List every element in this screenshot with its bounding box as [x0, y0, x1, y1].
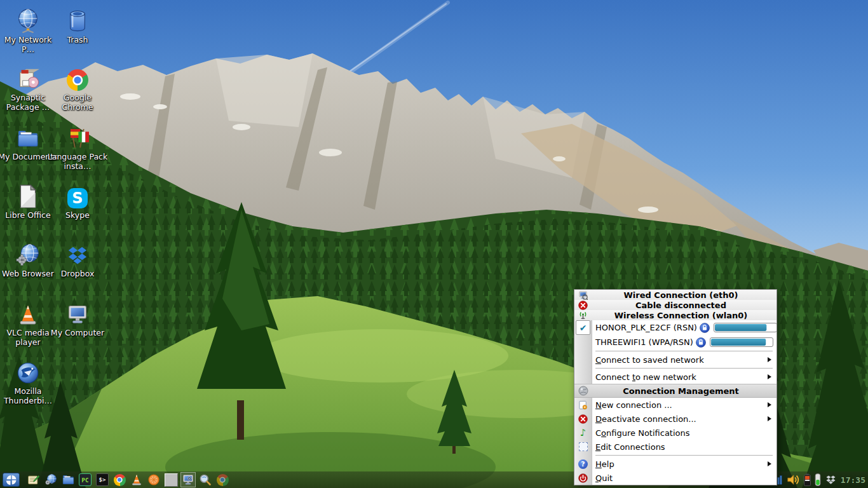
help-icon: ? — [574, 459, 592, 469]
desktop-icon-chrome[interactable]: Google Chrome — [47, 65, 108, 112]
menu-item-connect-new[interactable]: Connect to new network — [574, 370, 776, 384]
wired-connection-title: Wired Connection (eth0) — [592, 290, 776, 300]
wireless-connection-title: Wireless Connection (wlan0) — [592, 311, 776, 320]
magnifier-launcher[interactable] — [198, 473, 212, 487]
dropbox-icon — [47, 241, 108, 267]
menu-item-label: Connect to saved network — [592, 355, 768, 365]
menu-item-deactivate[interactable]: Deactivate connection... — [574, 412, 776, 426]
chrome-window-button[interactable] — [215, 473, 229, 487]
submenu-arrow-icon — [768, 416, 774, 421]
vlc-icon — [130, 473, 143, 486]
menu-item-label: Deactivate connection... — [592, 414, 768, 424]
desktop-icon-dropbox[interactable]: Dropbox — [47, 241, 108, 278]
submenu-arrow-icon — [768, 374, 774, 379]
screenshot-icon — [182, 473, 194, 486]
menu-separator — [595, 351, 773, 351]
desktop-icon-skype[interactable]: S Skype — [47, 183, 108, 220]
start-menu-button[interactable] — [3, 473, 20, 487]
sensor-level-tray[interactable] — [815, 473, 822, 487]
start-menu-icon — [6, 474, 17, 485]
magnifier-icon — [199, 473, 212, 486]
menu-header-wireless: Wireless Connection (wlan0) — [574, 310, 776, 320]
deactivate-icon — [574, 414, 592, 424]
wifi-network-row[interactable]: ✔ HONOR_PLK_E2CF (RSN) — [574, 320, 776, 335]
folder-icon — [62, 473, 75, 486]
new-connection-icon — [574, 400, 592, 410]
show-desktop-icon — [165, 473, 178, 487]
submenu-arrow-icon — [768, 402, 774, 407]
disconnected-icon — [574, 301, 592, 310]
desktop-icon-label: Mozilla Thunderbi… — [0, 386, 58, 405]
lock-icon — [696, 337, 706, 348]
text-editor-icon — [27, 473, 40, 486]
menu-header-wired: Wired Connection (eth0) — [574, 290, 776, 300]
wifi-ssid: THREEWIFI1 (WPA/RSN) — [592, 337, 693, 347]
wireless-antenna-icon — [574, 311, 592, 320]
power-quit-icon — [574, 473, 592, 483]
menu-item-configure-notifications[interactable]: ♪ Configure Notifications — [574, 426, 776, 440]
menu-item-label: Edit Connections — [592, 442, 776, 452]
vlc-launcher[interactable] — [130, 473, 144, 487]
desktop-icon-label: Language Pack insta… — [47, 152, 108, 171]
terminal-icon: $> — [96, 473, 109, 486]
music-note-icon: ♪ — [574, 427, 592, 438]
web-browser-launcher[interactable] — [44, 473, 58, 487]
terminal-launcher[interactable]: $> — [95, 473, 109, 487]
menu-item-label: Connect to new network — [592, 372, 768, 382]
desktop-icon-label: Google Chrome — [47, 93, 108, 112]
thunderbird-icon — [0, 359, 58, 384]
submenu-arrow-icon — [768, 357, 774, 362]
desktop-icon-label: My Computer — [47, 328, 108, 337]
language-flags-icon — [47, 125, 108, 150]
show-desktop-button[interactable] — [164, 473, 178, 487]
speaker-icon — [786, 473, 800, 486]
trash-icon — [47, 8, 108, 33]
wifi-network-row[interactable]: THREEWIFI1 (WPA/RSN) — [574, 335, 776, 349]
menu-item-connect-saved[interactable]: Connect to saved network — [574, 353, 776, 367]
cable-status-text: Cable disconnected — [592, 301, 776, 310]
pycharm-launcher[interactable]: PC — [78, 473, 92, 487]
menu-header-cable-status: Cable disconnected — [574, 300, 776, 310]
menu-item-new-connection[interactable]: New connection ... — [574, 398, 776, 412]
dropbox-tray-icon — [825, 475, 836, 485]
edit-selection-icon — [574, 442, 592, 451]
desktop-icon-language-pack[interactable]: Language Pack insta… — [47, 125, 108, 171]
file-manager-launcher[interactable] — [61, 473, 75, 487]
desktop-icon-my-computer[interactable]: My Computer — [47, 301, 108, 337]
desktop-icon-label: Dropbox — [47, 269, 108, 278]
menu-item-label: Configure Notifications — [592, 428, 776, 438]
menu-separator — [595, 368, 773, 369]
lock-icon — [700, 323, 710, 333]
signal-strength-bar — [714, 323, 777, 332]
signal-strength-bar — [710, 337, 773, 347]
volume-tray[interactable] — [786, 473, 800, 487]
wifi-ssid: HONOR_PLK_E2CF (RSN) — [592, 323, 697, 332]
desktop-icon-label: Trash — [47, 35, 108, 44]
orange-app-launcher[interactable] — [147, 473, 161, 487]
menu-item-help[interactable]: ? Help — [574, 457, 776, 471]
screenshot-tool-button[interactable] — [181, 473, 195, 487]
level-indicator-icon — [815, 473, 821, 486]
menu-item-quit[interactable]: Quit — [574, 471, 776, 485]
wired-device-icon — [574, 290, 592, 300]
desktop-icon-thunderbird[interactable]: Mozilla Thunderbi… — [0, 359, 58, 405]
menu-item-edit-connections[interactable]: Edit Connections — [574, 440, 776, 454]
globe-management-icon — [574, 386, 592, 396]
menu-separator — [595, 455, 773, 456]
submenu-arrow-icon — [768, 461, 774, 466]
text-editor-launcher[interactable] — [27, 473, 41, 487]
chrome-icon — [47, 65, 108, 91]
menu-item-label: Help — [592, 459, 768, 469]
menu-header-connection-management: Connection Management — [574, 384, 776, 398]
pycharm-icon: PC — [79, 473, 92, 486]
skype-icon: S — [47, 183, 108, 208]
battery-icon — [803, 473, 811, 486]
web-browser-icon — [44, 473, 57, 486]
battery-tray[interactable] — [803, 473, 812, 487]
desktop-icon-trash[interactable]: Trash — [47, 8, 108, 44]
chrome-launcher[interactable] — [112, 473, 126, 487]
desktop-icon-label: Skype — [47, 210, 108, 220]
menu-item-label: New connection ... — [592, 400, 768, 410]
dropbox-tray[interactable] — [824, 473, 838, 487]
checkmark-icon: ✔ — [576, 320, 590, 335]
